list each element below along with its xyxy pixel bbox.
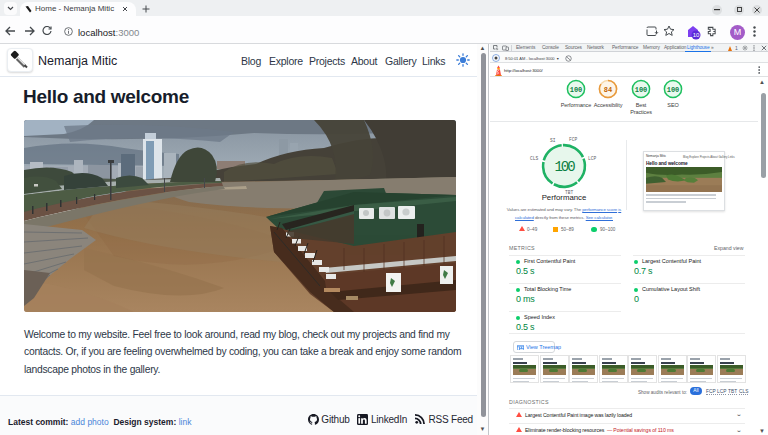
svg-text:100: 100 [554, 159, 575, 175]
svg-text:100: 100 [667, 86, 680, 94]
svg-text:100: 100 [635, 86, 648, 94]
svg-text:10: 10 [693, 32, 700, 38]
svg-text:84: 84 [604, 86, 612, 94]
svg-text:100: 100 [570, 86, 583, 94]
